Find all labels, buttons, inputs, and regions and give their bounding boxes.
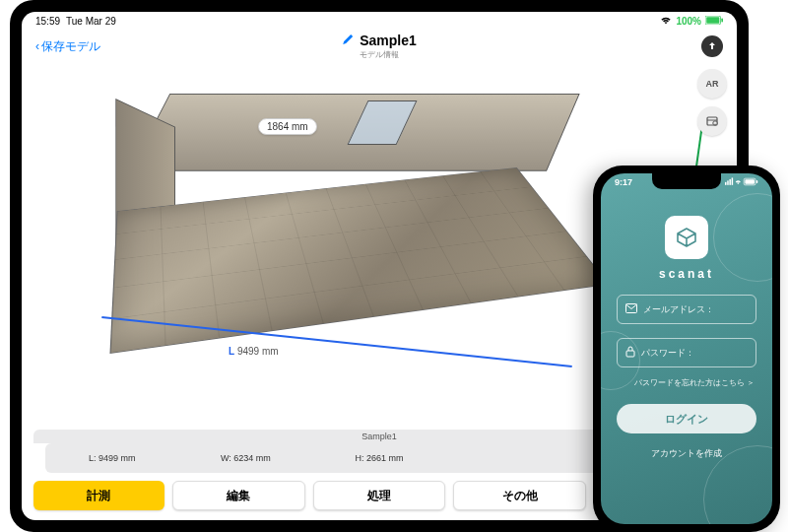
svg-rect-10 xyxy=(732,177,733,184)
chevron-left-icon: ‹ xyxy=(35,39,39,53)
password-field[interactable]: パスワード： xyxy=(617,338,757,367)
forgot-password-link[interactable]: パスワードを忘れた方はこちら ＞ xyxy=(634,377,755,388)
nav-bar: ‹ 保存モデル Sample1 モデル情報 xyxy=(22,30,737,63)
app-logo xyxy=(665,216,708,259)
room-3d-model[interactable] xyxy=(81,83,613,398)
battery-icon xyxy=(705,16,723,27)
info-h: H: 2661 mm xyxy=(312,453,446,463)
svg-rect-9 xyxy=(729,179,730,185)
status-bar: 15:59 Tue Mar 29 100% xyxy=(22,12,737,30)
password-label: パスワード： xyxy=(641,347,694,360)
edit-button[interactable]: 編集 xyxy=(172,481,305,510)
info-l: L: 9499 mm xyxy=(45,453,179,463)
pencil-icon[interactable] xyxy=(342,33,354,48)
mail-icon xyxy=(625,303,637,315)
svg-rect-13 xyxy=(756,180,757,183)
brand-name: scanat xyxy=(659,267,714,281)
dim-l-value: 9499 mm xyxy=(237,346,279,357)
page-title: Sample1 xyxy=(360,33,417,48)
lock-icon xyxy=(625,346,635,360)
layers-button[interactable]: + xyxy=(697,106,727,136)
measurement-pill[interactable]: 1864 mm xyxy=(258,118,317,135)
measurement-value: 1864 mm xyxy=(258,118,317,135)
ar-button[interactable]: AR xyxy=(697,69,727,99)
notch xyxy=(652,173,721,189)
create-account-link[interactable]: アカウントを作成 xyxy=(651,447,722,460)
page-subtitle: モデル情報 xyxy=(342,49,417,60)
wifi-icon xyxy=(660,16,672,27)
svg-rect-1 xyxy=(706,17,719,24)
svg-rect-8 xyxy=(727,180,728,184)
other-button[interactable]: その他 xyxy=(453,481,586,510)
svg-rect-2 xyxy=(721,18,723,22)
back-label: 保存モデル xyxy=(41,38,100,55)
phone-time: 9:17 xyxy=(615,177,632,188)
email-label: メールアドレス： xyxy=(643,303,714,316)
dim-l-axis: L xyxy=(229,346,234,357)
back-button[interactable]: ‹ 保存モデル xyxy=(35,38,100,55)
iphone-device: 9:17 scanat メールアドレス： パスワード： xyxy=(593,166,780,532)
info-w: W: 6234 mm xyxy=(179,453,313,463)
upload-button[interactable] xyxy=(701,35,723,57)
process-button[interactable]: 処理 xyxy=(313,481,446,510)
phone-status-icons xyxy=(725,177,758,188)
email-field[interactable]: メールアドレス： xyxy=(617,295,757,324)
dimension-l: L 9499 mm xyxy=(229,346,279,357)
login-button[interactable]: ログイン xyxy=(617,404,757,433)
measure-button[interactable]: 計測 xyxy=(33,481,164,510)
status-time: 15:59 xyxy=(35,16,60,27)
battery-text: 100% xyxy=(676,16,701,27)
status-date: Tue Mar 29 xyxy=(66,16,116,27)
svg-rect-15 xyxy=(626,351,634,357)
svg-text:+: + xyxy=(714,122,716,126)
viewport-controls: AR + xyxy=(697,69,727,136)
svg-rect-12 xyxy=(745,179,755,183)
iphone-screen: 9:17 scanat メールアドレス： パスワード： xyxy=(601,173,772,524)
svg-rect-7 xyxy=(725,182,726,185)
